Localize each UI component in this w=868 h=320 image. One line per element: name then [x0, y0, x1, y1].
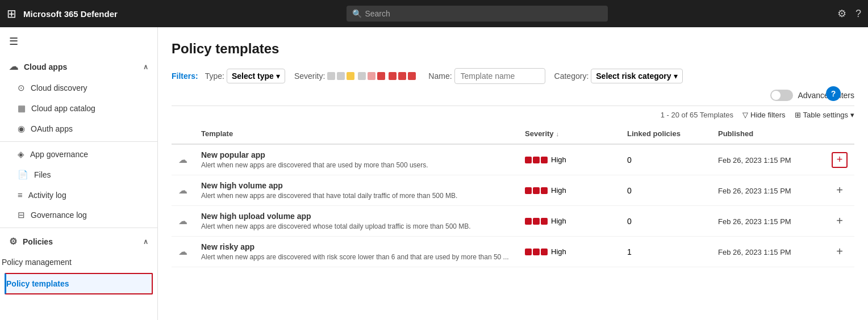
- add-template-button[interactable]: +: [832, 183, 848, 199]
- sq1: [525, 218, 532, 225]
- table-settings-button[interactable]: ⊞ Table settings ▾: [795, 111, 855, 119]
- table-settings-chevron-icon: ▾: [850, 111, 854, 119]
- topbar-actions: ⚙ ?: [837, 7, 861, 20]
- activity-icon: ≡: [18, 190, 23, 200]
- published-date: Feb 26, 2023 1:15 PM: [718, 217, 791, 226]
- advanced-filters-row: Advanced filters: [172, 90, 854, 101]
- col-severity[interactable]: Severity ↓: [518, 124, 620, 144]
- type-select[interactable]: Select type ▾: [227, 69, 285, 83]
- severity-low[interactable]: [327, 72, 354, 80]
- settings-icon[interactable]: ⚙: [837, 7, 846, 20]
- sidebar-item-activity-log[interactable]: ≡ Activity log: [0, 185, 157, 205]
- table-count: 1 - 20 of 65 Templates: [661, 111, 733, 119]
- content-header: Policy templates ?: [172, 41, 854, 57]
- sidebar-item-governance-log[interactable]: ⊟ Governance log: [0, 205, 157, 225]
- row-icon: ☁: [172, 144, 194, 175]
- sidebar-item-app-governance[interactable]: ◈ App governance: [0, 144, 157, 165]
- sidebar-item-cloud-app-catalog[interactable]: ▦ Cloud app catalog: [0, 98, 157, 119]
- sq2: [533, 218, 540, 225]
- apps-grid-icon[interactable]: ⊞: [7, 7, 16, 20]
- row-linked: 0: [620, 206, 711, 237]
- col-action: [825, 124, 854, 144]
- app-governance-label: App governance: [30, 150, 88, 159]
- type-value: Select type: [232, 71, 274, 81]
- severity-squares: [525, 218, 548, 225]
- template-icon: ☁: [178, 216, 187, 226]
- sidebar-item-policy-templates[interactable]: Policy templates: [5, 273, 153, 294]
- row-template: New high upload volume app Alert when ne…: [194, 206, 518, 237]
- name-input[interactable]: [454, 68, 545, 84]
- severity-squares: [525, 249, 548, 255]
- sev-dot-2: [337, 72, 345, 80]
- policy-templates-label: Policy templates: [6, 279, 69, 288]
- files-label: Files: [34, 170, 51, 179]
- row-severity: High: [518, 237, 620, 267]
- row-add-action: +: [825, 144, 854, 175]
- chevron-up-icon: ∧: [143, 63, 148, 71]
- row-published: Feb 26, 2023 1:15 PM: [711, 175, 825, 206]
- sidebar-group-cloud-apps[interactable]: ☁ Cloud apps ∧: [0, 56, 157, 78]
- sev-dot-7: [389, 72, 397, 80]
- severity-text: High: [551, 217, 566, 225]
- hide-filters-label: Hide filters: [750, 111, 785, 119]
- add-template-button[interactable]: +: [832, 244, 848, 260]
- advanced-filters-toggle[interactable]: Advanced filters: [770, 90, 854, 101]
- divider-2: [0, 228, 157, 228]
- row-add-action: +: [825, 175, 854, 206]
- sidebar-item-oauth-apps[interactable]: ◉ OAuth apps: [0, 119, 157, 139]
- search-input[interactable]: [347, 6, 608, 22]
- severity-badge: High: [525, 186, 614, 195]
- col-published: Published: [711, 124, 825, 144]
- row-icon: ☁: [172, 206, 194, 237]
- files-icon: 📄: [18, 170, 28, 180]
- row-template: New popular app Alert when new apps are …: [194, 144, 518, 175]
- sidebar-toggle[interactable]: ☰: [0, 27, 157, 56]
- add-template-button[interactable]: +: [832, 213, 848, 229]
- category-filter: Category: Select risk category ▾: [554, 69, 683, 83]
- severity-squares: [525, 157, 548, 163]
- published-date: Feb 26, 2023 1:15 PM: [718, 156, 791, 165]
- toggle-switch[interactable]: [770, 90, 793, 101]
- cloud-discovery-label: Cloud discovery: [31, 83, 87, 92]
- app-title: Microsoft 365 Defender: [23, 9, 118, 19]
- table-toolbar: 1 - 20 of 65 Templates ▽ Hide filters ⊞ …: [172, 106, 854, 124]
- severity-high[interactable]: [389, 72, 416, 80]
- severity-squares: [525, 187, 548, 194]
- topbar: ⊞ Microsoft 365 Defender 🔍 ⚙ ?: [0, 0, 868, 27]
- sq1: [525, 249, 532, 255]
- filter-icon: ▽: [742, 111, 748, 119]
- sidebar-item-cloud-discovery[interactable]: ⊙ Cloud discovery: [0, 78, 157, 98]
- oauth-apps-label: OAuth apps: [31, 124, 73, 133]
- template-name: New high upload volume app: [201, 212, 511, 221]
- sq3: [541, 249, 548, 255]
- severity-medium[interactable]: [358, 72, 385, 80]
- col-linked: Linked policies: [620, 124, 711, 144]
- policy-table: Template Severity ↓ Linked policies Publ…: [172, 124, 854, 267]
- severity-badge: High: [525, 155, 614, 164]
- sidebar-item-files[interactable]: 📄 Files: [0, 165, 157, 185]
- sidebar: ☰ ☁ Cloud apps ∧ ⊙ Cloud discovery ▦ Clo…: [0, 27, 158, 320]
- help-icon[interactable]: ?: [856, 8, 861, 20]
- type-filter: Type: Select type ▾: [205, 69, 285, 83]
- table-settings-label: Table settings: [803, 111, 849, 119]
- sev-dot-1: [327, 72, 335, 80]
- sidebar-group-policies[interactable]: ⚙ Policies ∧: [0, 230, 157, 252]
- category-select[interactable]: Select risk category ▾: [591, 69, 682, 83]
- col-icon: [172, 124, 194, 144]
- help-circle-button[interactable]: ?: [826, 86, 841, 101]
- sev-dot-8: [398, 72, 406, 80]
- template-icon: ☁: [178, 155, 187, 165]
- row-linked: 0: [620, 175, 711, 206]
- row-add-action: +: [825, 237, 854, 267]
- sidebar-item-policy-management[interactable]: Policy management: [0, 252, 157, 272]
- table-row: ☁ New popular app Alert when new apps ar…: [172, 144, 854, 175]
- policies-chevron-icon: ∧: [143, 238, 148, 246]
- row-template: New risky app Alert when new apps are di…: [194, 237, 518, 267]
- add-template-button-highlighted[interactable]: +: [832, 152, 848, 168]
- governance-log-label: Governance log: [31, 210, 87, 220]
- row-linked: 0: [620, 144, 711, 175]
- hide-filters-button[interactable]: ▽ Hide filters: [742, 111, 785, 119]
- discovery-icon: ⊙: [18, 83, 25, 93]
- published-date: Feb 26, 2023 1:15 PM: [718, 187, 791, 195]
- row-icon: ☁: [172, 175, 194, 206]
